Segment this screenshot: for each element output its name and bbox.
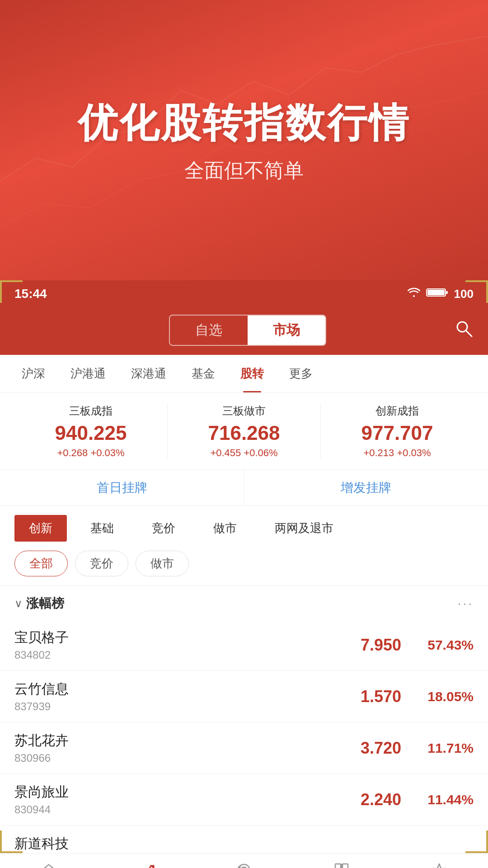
stock-change-2: 18.05% — [401, 689, 474, 704]
index-change-1: +0.268 +0.03% — [14, 447, 167, 459]
index-sanbanchengzhi: 三板成指 940.225 +0.268 +0.03% — [14, 404, 167, 459]
trade-icon — [236, 862, 252, 868]
svg-line-4 — [466, 330, 472, 336]
corner-tr — [465, 280, 488, 303]
nav-news[interactable]: 综合资讯 — [390, 854, 488, 868]
stock-list: 宝贝格子 834802 7.950 57.43% 云竹信息 837939 1.5… — [0, 619, 488, 853]
stock-code-4: 830944 — [14, 803, 311, 816]
cat-tab-liangwang[interactable]: 两网及退市 — [260, 515, 348, 542]
svg-rect-1 — [446, 291, 448, 294]
tab-shengangtong[interactable]: 深港通 — [118, 355, 179, 392]
stock-name-3: 苏北花卉 — [14, 731, 311, 750]
corner-tl — [0, 280, 23, 303]
hero-subtitle: 全面但不简单 — [184, 157, 304, 184]
stock-name-4: 景尚旅业 — [14, 783, 311, 802]
stock-price-1: 7.950 — [311, 636, 401, 655]
main-tab-group: 自选 市场 — [169, 315, 326, 346]
index-value-3: 977.707 — [321, 422, 474, 444]
stock-row[interactable]: 景尚旅业 830944 2.240 11.44% — [0, 774, 488, 826]
cat-tab-jingjia[interactable]: 竞价 — [137, 515, 190, 542]
battery-icon — [426, 287, 449, 301]
bottom-nav: 首页 行情 交易 — [0, 853, 488, 868]
phone-screen: 15:44 100 自选 市场 — [0, 280, 488, 868]
sub-tabs: 全部 竞价 做市 — [14, 551, 474, 576]
finance-icon — [333, 862, 350, 868]
stock-row[interactable]: 苏北花卉 830966 3.720 11.71% — [0, 722, 488, 774]
svg-rect-8 — [335, 864, 341, 868]
market-icon — [138, 862, 155, 868]
status-icons: 100 — [407, 287, 474, 301]
tab-hushen[interactable]: 沪深 — [9, 355, 58, 392]
search-button[interactable] — [454, 318, 474, 342]
cat-tab-jichu[interactable]: 基础 — [76, 515, 128, 542]
stock-code-3: 830966 — [14, 752, 311, 764]
more-options-icon[interactable]: ··· — [458, 596, 474, 611]
index-change-3: +0.213 +0.03% — [321, 447, 474, 459]
index-change-2: +0.455 +0.06% — [168, 447, 320, 459]
listing-tabs: 首日挂牌 增发挂牌 — [0, 470, 488, 506]
rankings-title: 涨幅榜 — [26, 595, 64, 612]
stock-code-2: 837939 — [14, 700, 311, 713]
corner-br — [465, 830, 488, 853]
tab-guzhuang[interactable]: 股转 — [228, 355, 277, 392]
stock-info-1: 宝贝格子 834802 — [14, 628, 311, 661]
svg-rect-2 — [427, 290, 445, 295]
tab-shouri-guapai[interactable]: 首日挂牌 — [0, 470, 244, 505]
hero-title: 优化股转指数行情 — [78, 96, 410, 150]
stock-price-2: 1.570 — [311, 687, 401, 706]
sub-tab-zuoshi[interactable]: 做市 — [136, 551, 189, 576]
stock-change-1: 57.43% — [401, 637, 474, 653]
stock-price-3: 3.720 — [311, 739, 401, 758]
wifi-icon — [407, 287, 421, 301]
status-bar: 15:44 100 — [0, 280, 488, 307]
market-tabs: 沪深 沪港通 深港通 基金 股转 更多 — [0, 355, 488, 393]
stock-info-3: 苏北花卉 830966 — [14, 731, 311, 764]
stock-name-2: 云竹信息 — [14, 680, 311, 698]
svg-marker-14 — [432, 864, 446, 868]
category-tabs: 创新 基础 竞价 做市 两网及退市 — [14, 515, 474, 542]
header-nav: 自选 市场 — [0, 307, 488, 355]
stock-change-3: 11.71% — [401, 741, 474, 756]
partial-stock-row[interactable]: 新道科技 — [0, 826, 488, 853]
nav-home[interactable]: 首页 — [0, 854, 98, 868]
index-chuangxinchengzhi: 创新成指 977.707 +0.213 +0.03% — [320, 404, 474, 459]
tab-zixuan[interactable]: 自选 — [170, 316, 248, 345]
tab-gengduo[interactable]: 更多 — [277, 355, 325, 392]
hero-section: 优化股转指数行情 全面但不简单 — [0, 0, 488, 280]
sub-tab-quanbu[interactable]: 全部 — [14, 551, 68, 576]
index-name-3: 创新成指 — [321, 404, 474, 418]
home-icon — [41, 862, 57, 868]
stock-change-4: 11.44% — [401, 792, 474, 807]
tab-hugugtong[interactable]: 沪港通 — [58, 355, 118, 392]
index-value-1: 940.225 — [14, 422, 167, 444]
stock-name-1: 宝贝格子 — [14, 628, 311, 647]
corner-bl — [0, 830, 23, 853]
nav-trade[interactable]: 交易 — [195, 854, 293, 868]
tab-zengfa-guapai[interactable]: 增发挂牌 — [244, 470, 488, 505]
stock-info-4: 景尚旅业 830944 — [14, 783, 311, 816]
tab-shichang[interactable]: 市场 — [248, 316, 325, 345]
partial-stock-name: 新道科技 — [14, 835, 69, 853]
index-value-2: 716.268 — [168, 422, 320, 444]
stock-info-2: 云竹信息 837939 — [14, 680, 311, 713]
cat-tab-chuangxin[interactable]: 创新 — [14, 515, 67, 542]
stock-code-1: 834802 — [14, 649, 311, 661]
sub-tab-jingjia[interactable]: 竞价 — [75, 551, 128, 576]
index-sanbanzuoshi: 三板做市 716.268 +0.455 +0.06% — [167, 404, 320, 459]
rankings-header: ∨ 涨幅榜 ··· — [0, 585, 488, 619]
cat-tab-zuoshi[interactable]: 做市 — [199, 515, 251, 542]
stock-price-4: 2.240 — [311, 790, 401, 809]
category-section: 创新 基础 竞价 做市 两网及退市 全部 竞价 做市 — [0, 506, 488, 585]
nav-finance[interactable]: 理财 — [293, 854, 390, 868]
stock-row[interactable]: 宝贝格子 834802 7.950 57.43% — [0, 619, 488, 671]
index-name-2: 三板做市 — [168, 404, 320, 418]
tab-jijin[interactable]: 基金 — [179, 355, 228, 392]
svg-rect-9 — [343, 864, 348, 868]
rankings-expand-icon[interactable]: ∨ — [14, 597, 23, 610]
index-name-1: 三板成指 — [14, 404, 167, 418]
index-section: 三板成指 940.225 +0.268 +0.03% 三板做市 716.268 … — [0, 393, 488, 470]
news-icon — [431, 862, 447, 868]
nav-market[interactable]: 行情 — [98, 854, 195, 868]
stock-row[interactable]: 云竹信息 837939 1.570 18.05% — [0, 671, 488, 722]
